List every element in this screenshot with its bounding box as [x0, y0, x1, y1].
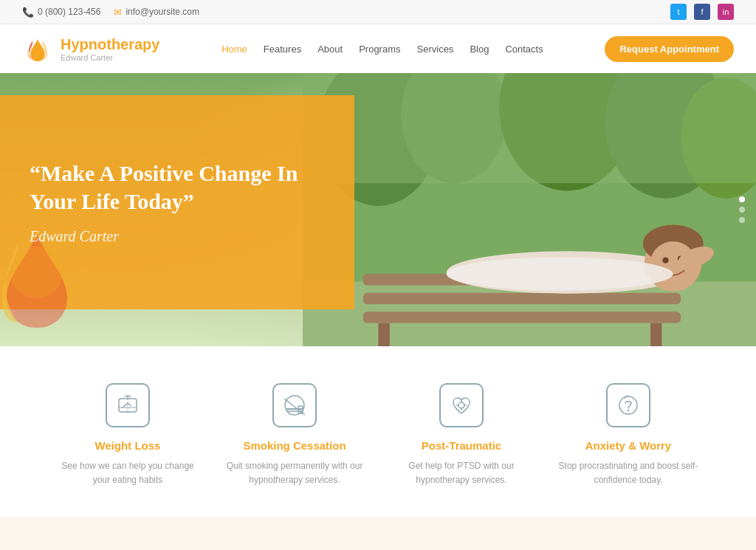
svg-point-22 — [11, 247, 63, 298]
svg-point-34 — [458, 402, 464, 408]
phone-contact: 📞 0 (800) 123-456 — [22, 7, 100, 18]
nav-contacts[interactable]: Contacts — [505, 44, 543, 55]
logo-icon — [22, 33, 53, 64]
hero-dot-3[interactable] — [739, 217, 745, 223]
instagram-icon[interactable]: in — [718, 4, 734, 20]
main-nav: Home Features About Programs Services Bl… — [221, 44, 543, 55]
phone-icon: 📞 — [22, 7, 34, 18]
nav-home[interactable]: Home — [221, 44, 247, 55]
svg-rect-12 — [378, 323, 389, 346]
service-post-traumatic: Post-Traumatic Get help for PTSD with ou… — [391, 383, 532, 487]
hero-dot-1[interactable] — [739, 196, 745, 202]
weight-loss-desc: See how we can help you change your eati… — [58, 459, 198, 487]
nav-programs[interactable]: Programs — [359, 44, 400, 55]
header: Hypnotherapy Edward Carter Home Features… — [0, 24, 756, 73]
hero-dot-2[interactable] — [739, 207, 745, 213]
edward-person — [271, 546, 330, 550]
anxiety-worry-desc: Stop procrastinating and boost self-conf… — [558, 459, 698, 487]
service-anxiety-worry: Anxiety & Worry Stop procrastinating and… — [558, 383, 698, 487]
email-contact: ✉ info@yoursite.com — [114, 7, 199, 18]
twitter-icon[interactable]: t — [670, 4, 687, 20]
nav-about[interactable]: About — [317, 44, 343, 55]
person-illustration — [271, 546, 330, 550]
brand-sub: Edward Carter — [61, 53, 159, 62]
facebook-icon[interactable]: f — [694, 4, 710, 20]
social-links: t f in — [670, 4, 734, 20]
smoking-cessation-icon — [272, 383, 317, 427]
logo[interactable]: Hypnotherapy Edward Carter — [22, 33, 159, 64]
smoking-cessation-title: Smoking Cessation — [243, 439, 346, 452]
svg-line-26 — [128, 396, 131, 396]
svg-point-39 — [619, 396, 637, 414]
services-section: Weight Loss See how we can help you chan… — [0, 346, 756, 517]
post-traumatic-icon — [439, 383, 484, 427]
svg-line-32 — [284, 399, 305, 415]
hero-section: “Make A Positive Change In Your Life Tod… — [0, 73, 756, 346]
svg-rect-7 — [303, 73, 756, 183]
post-traumatic-desc: Get help for PTSD with our hypnotherapy … — [391, 459, 532, 487]
hero-image — [303, 73, 756, 346]
weight-loss-icon — [106, 383, 150, 427]
request-appointment-button[interactable]: Request Appointment — [605, 36, 734, 62]
nav-blog[interactable]: Blog — [470, 44, 489, 55]
service-smoking-cessation: Smoking Cessation Quit smoking permanent… — [224, 383, 365, 487]
anxiety-worry-icon — [606, 383, 650, 427]
svg-line-25 — [125, 396, 128, 396]
svg-point-33 — [285, 396, 304, 415]
hero-signature: Edward Carter — [30, 228, 317, 245]
svg-rect-10 — [363, 293, 681, 304]
post-traumatic-title: Post-Traumatic — [422, 439, 501, 452]
hero-quote: “Make A Positive Change In Your Life Tod… — [30, 159, 317, 215]
anxiety-worry-title: Anxiety & Worry — [585, 439, 671, 452]
email-address: info@yoursite.com — [126, 7, 199, 17]
service-weight-loss: Weight Loss See how we can help you chan… — [58, 383, 198, 487]
smoking-cessation-desc: Quit smoking permanently with our hypnot… — [224, 459, 365, 487]
hero-slider-dots[interactable] — [739, 196, 745, 223]
svg-rect-11 — [363, 312, 681, 323]
hero-overlay: “Make A Positive Change In Your Life Tod… — [0, 95, 354, 309]
phone-number: 0 (800) 123-456 — [38, 7, 100, 17]
svg-point-20 — [446, 258, 673, 291]
svg-point-18 — [662, 258, 668, 264]
brand-name: Hypnotherapy — [61, 36, 159, 53]
hello-heading: Hello! I'm Edward — [44, 546, 241, 550]
email-icon: ✉ — [114, 7, 122, 18]
svg-rect-13 — [650, 323, 662, 346]
nav-services[interactable]: Services — [417, 44, 454, 55]
hello-section: Hello! I'm Edward — [0, 517, 756, 550]
weight-loss-title: Weight Loss — [95, 439, 161, 452]
svg-point-40 — [628, 410, 629, 411]
topbar: 📞 0 (800) 123-456 ✉ info@yoursite.com t … — [0, 0, 756, 24]
logo-text: Hypnotherapy Edward Carter — [61, 36, 159, 62]
hello-title: Hello! I'm Edward — [44, 546, 241, 550]
nav-features[interactable]: Features — [264, 44, 301, 55]
topbar-contacts: 📞 0 (800) 123-456 ✉ info@yoursite.com — [22, 7, 199, 18]
